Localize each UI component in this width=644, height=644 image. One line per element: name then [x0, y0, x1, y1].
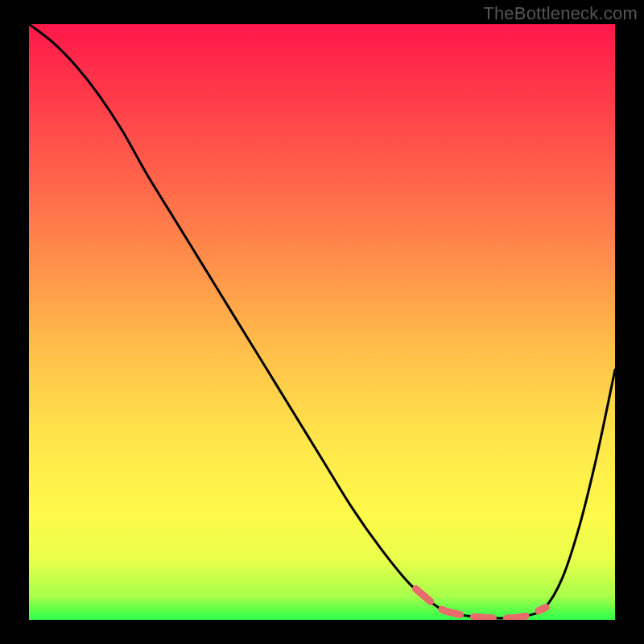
chart-container: TheBottleneck.com — [0, 0, 644, 644]
plot-area — [29, 24, 615, 620]
chart-svg — [0, 0, 644, 644]
watermark: TheBottleneck.com — [483, 3, 638, 24]
